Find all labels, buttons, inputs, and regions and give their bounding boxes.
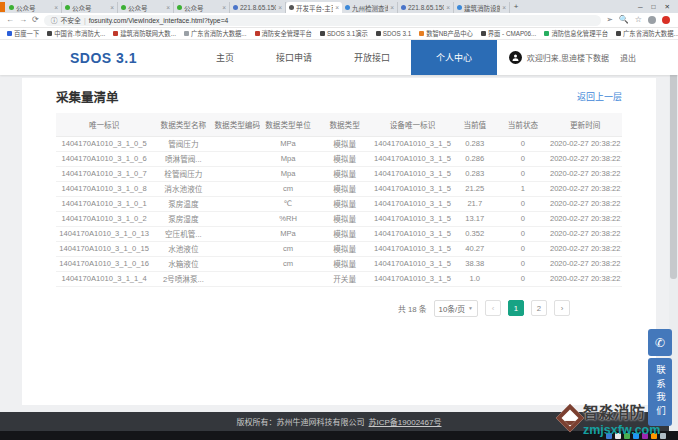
table-cell <box>214 241 259 256</box>
page-button-2[interactable]: 2 <box>531 300 547 316</box>
site-logo[interactable]: SDOS 3.1 <box>70 50 137 66</box>
table-cell: MPa <box>260 226 317 241</box>
close-button[interactable]: ✕ <box>665 3 670 11</box>
address-bar[interactable]: ⓘ 不安全 | fosunity.com/ViewIndex_interface… <box>44 15 601 26</box>
reload-icon[interactable]: ⟳ <box>32 16 39 24</box>
table-cell: 模拟量 <box>316 226 373 241</box>
scrollbar-thumb[interactable] <box>670 44 677 279</box>
table-cell <box>214 271 259 286</box>
table-row: 1404170A1010_3_1_1_42号喷淋泵...开关量1404170A1… <box>56 271 622 286</box>
bookmark-item[interactable]: 建筑消防联网大数... <box>113 29 176 38</box>
page-button-1[interactable]: 1 <box>508 300 524 316</box>
bookmark-item[interactable]: 广东省消防大数据... <box>616 29 678 38</box>
table-row: 1404170A1010_3_1_0_8消水池液位cm模拟量1404170A10… <box>56 181 622 196</box>
table-cell: 1404170A1010_3_1_5 <box>373 166 452 181</box>
browser-tab[interactable]: 公众号× <box>62 2 118 13</box>
browser-tab[interactable]: 建筑消防设施大数...× <box>454 2 510 13</box>
tab-close-icon[interactable]: × <box>390 4 394 11</box>
tab-close-icon[interactable]: × <box>222 4 226 11</box>
back-icon[interactable]: ← <box>6 16 14 24</box>
send-to-devices-icon[interactable]: ➢ <box>606 16 613 24</box>
table-cell: 模拟量 <box>316 241 373 256</box>
tab-close-icon[interactable]: × <box>110 4 114 11</box>
browser-tab[interactable]: 221.8.65.150:86...× <box>398 2 454 13</box>
browser-tab-strip: 公众号×公众号×公众号×公众号×221.8.65.150:98...×开发平台-… <box>0 0 678 13</box>
page-size-select[interactable]: 10条/页 ▼ <box>434 300 478 317</box>
update-chrome-button[interactable] <box>662 16 670 24</box>
logout-link[interactable]: 退出 <box>620 52 636 63</box>
table-cell <box>214 151 259 166</box>
watermark-texts: 智淼消防 zmjsxfw.com <box>583 400 660 437</box>
new-tab-button[interactable]: + <box>510 2 522 11</box>
bookmark-item[interactable]: 界面 - CMAP06... <box>481 29 537 38</box>
browser-tab[interactable]: 221.8.65.150:98...× <box>230 2 286 13</box>
pinned-tab-icon[interactable] <box>0 2 5 12</box>
table-cell: 水箱液位 <box>152 256 214 271</box>
menu-item-主页[interactable]: 主页 <box>195 40 255 75</box>
tab-close-icon[interactable]: × <box>335 4 339 11</box>
bookmark-item[interactable]: 中国省.市消防大... <box>47 29 105 38</box>
table-cell: 2020-02-27 20:38:22 <box>548 256 622 271</box>
zoom-icon[interactable]: 🔍 <box>619 16 629 24</box>
bookmark-star-icon[interactable]: ☆ <box>635 16 642 24</box>
table-cell: 模拟量 <box>316 196 373 211</box>
table-cell: 0 <box>497 196 548 211</box>
maximize-button[interactable]: □ <box>652 3 656 11</box>
table-cell <box>214 166 259 181</box>
menu-item-个人中心[interactable]: 个人中心 <box>411 40 497 75</box>
table-cell: 栓管阀压力 <box>152 166 214 181</box>
prev-page-button[interactable]: ‹ <box>485 300 501 316</box>
table-row: 1404170A1010_3_1_0_15水池液位cm模拟量1404170A10… <box>56 241 622 256</box>
forward-icon[interactable]: → <box>19 16 27 24</box>
menu-item-开放接口[interactable]: 开放接口 <box>333 40 411 75</box>
tab-close-icon[interactable]: × <box>502 4 506 11</box>
bookmark-item[interactable]: 百度一下 <box>7 29 39 38</box>
column-header: 更新时间 <box>548 113 622 136</box>
table-cell: 1 <box>497 181 548 196</box>
table-cell <box>214 256 259 271</box>
phone-icon[interactable]: ✆ <box>648 329 672 356</box>
back-to-previous-link[interactable]: 返回上一层 <box>577 90 622 103</box>
browser-tab[interactable]: 公众号× <box>6 2 62 13</box>
bookmark-item[interactable]: 广东省消防大数据... <box>184 29 247 38</box>
info-icon[interactable]: ⓘ <box>51 15 58 25</box>
icp-link[interactable]: 苏ICP备19002467号 <box>369 416 442 427</box>
watermark: 智淼消防 zmjsxfw.com <box>560 400 660 437</box>
tab-close-icon[interactable]: × <box>446 4 450 11</box>
bookmark-label: 数智NB产品中心 <box>426 29 473 38</box>
site-icon <box>233 5 238 10</box>
browser-tab[interactable]: 公众号× <box>118 2 174 13</box>
table-cell: cm <box>260 181 317 196</box>
next-page-button[interactable]: › <box>554 300 570 316</box>
browser-tab[interactable]: 公众号× <box>174 2 230 13</box>
bookmark-item[interactable]: 数智NB产品中心 <box>419 29 473 38</box>
table-cell: cm <box>260 256 317 271</box>
table-cell: 水池液位 <box>152 241 214 256</box>
wechat-icon <box>177 5 182 10</box>
tab-close-icon[interactable]: × <box>166 4 170 11</box>
bookmark-item[interactable]: SDOS 3.1演示 <box>320 29 368 38</box>
table-cell: 40.27 <box>452 241 497 256</box>
page-number-buttons: 12 <box>508 300 547 316</box>
bookmark-item[interactable]: 消防安全管理平台 <box>255 29 312 38</box>
menu-item-接口申请[interactable]: 接口申请 <box>255 40 333 75</box>
bookmarks-bar: 百度一下中国省.市消防大...建筑消防联网大数...广东省消防大数据...消防安… <box>0 28 678 40</box>
table-cell: 2020-02-27 20:38:22 <box>548 226 622 241</box>
url-text[interactable]: fosunity.com/ViewIndex_interface.html?ty… <box>89 17 229 24</box>
bookmark-item[interactable]: SDOS 3.1 <box>376 30 411 37</box>
table-row: 1404170A1010_3_1_0_6喷淋管阀...Mpa模拟量1404170… <box>56 151 622 166</box>
tab-close-icon[interactable]: × <box>278 4 282 11</box>
table-cell <box>260 271 317 286</box>
table-cell: 0.352 <box>452 226 497 241</box>
tab-close-icon[interactable]: × <box>54 4 58 11</box>
profile-avatar[interactable] <box>648 16 656 24</box>
tray-icon[interactable] <box>660 433 666 439</box>
browser-tab[interactable]: 开发平台-主页导航× <box>286 2 342 13</box>
minimize-button[interactable]: ─ <box>638 3 643 11</box>
table-cell: 1404170A1010_3_1_5 <box>373 151 452 166</box>
bookmark-item[interactable]: 消防信息化管理平台 <box>544 29 608 38</box>
bookmark-favicon <box>113 31 118 36</box>
table-cell: 1404170A1010_3_1_5 <box>373 271 452 286</box>
browser-tab[interactable]: 九州检测查询软件× <box>342 2 398 13</box>
table-head: 唯一标识数据类型名称数据类型编码数据类型单位数据类型设备唯一标识当前值当前状态更… <box>56 113 622 136</box>
